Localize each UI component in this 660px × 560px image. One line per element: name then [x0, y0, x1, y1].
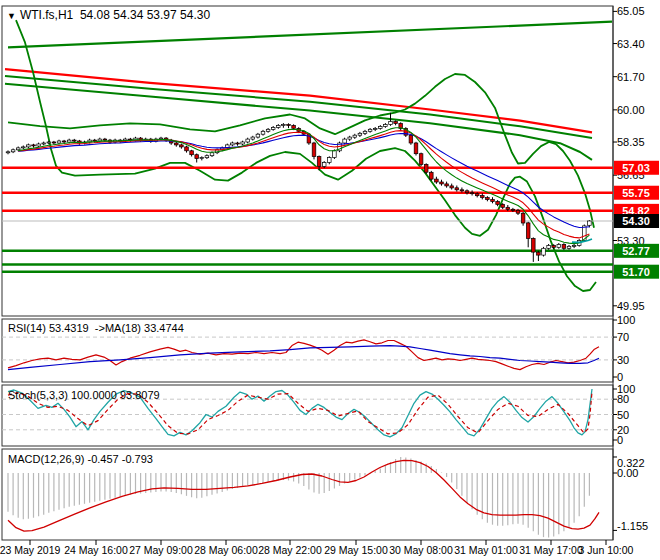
candle-body	[384, 125, 388, 127]
candle-body	[430, 172, 434, 179]
candle-body	[246, 139, 250, 142]
candle-body	[42, 143, 46, 144]
candle-body	[435, 179, 439, 182]
chart-symbol-label: WTI.fs,H1	[20, 8, 73, 22]
main-axis-label: 63.40	[617, 38, 645, 50]
current-price-badge-text: 54.30	[622, 215, 650, 227]
candle-body	[261, 131, 265, 134]
chart-canvas[interactable]: 65.0563.4061.7060.0058.3556.6553.3049.95…	[0, 0, 660, 560]
candle-body	[475, 194, 479, 196]
time-axis-label: 23 May 2019	[0, 544, 61, 556]
candle-body	[185, 147, 189, 151]
stoch-axis-label: 0	[617, 434, 623, 446]
candle-body	[363, 131, 367, 133]
candle-body	[205, 156, 209, 158]
candle-body	[460, 190, 464, 191]
candle-body	[470, 193, 474, 194]
candle-body	[6, 152, 10, 153]
candle-body	[481, 196, 485, 198]
candle-body	[271, 127, 275, 129]
candle-body	[552, 245, 556, 247]
candle-body	[358, 133, 362, 135]
candle-body	[241, 142, 245, 144]
main-axis-label: 65.05	[617, 5, 645, 17]
time-axis-label: 30 May 08:00	[389, 544, 453, 556]
candle-body	[287, 125, 291, 126]
candle-body	[210, 153, 214, 156]
candle-body	[501, 204, 505, 207]
candle-body	[282, 125, 286, 126]
candle-body	[516, 210, 520, 213]
candle-body	[236, 143, 240, 144]
candle-body	[572, 245, 576, 246]
rsi-axis-label: 30	[617, 354, 629, 366]
candle-body	[328, 158, 332, 163]
time-axis-label: 24 May 16:00	[64, 544, 128, 556]
time-axis-label: 31 May 17:00	[519, 544, 583, 556]
support-badge-text: 52.77	[622, 245, 650, 257]
main-pane-canvas[interactable]	[2, 6, 613, 316]
chart-title: ▼WTI.fs,H1 54.08 54.34 53.97 54.30	[7, 8, 210, 22]
candle-body	[52, 142, 56, 143]
candle-body	[93, 140, 97, 141]
rsi-indicator-label: RSI(14) 53.4319 ->MA(18) 33.4744	[8, 322, 184, 334]
candle-body	[353, 135, 357, 137]
chart-dropdown-icon[interactable]: ▼	[7, 11, 16, 21]
chart-ohlc-label: 54.08 54.34 53.97 54.30	[80, 8, 210, 22]
candle-body	[424, 164, 428, 172]
candle-body	[27, 145, 31, 147]
candle-body	[506, 207, 510, 209]
candle-body	[67, 140, 71, 142]
candle-body	[231, 143, 235, 145]
candle-body	[547, 245, 551, 248]
candle-body	[266, 129, 270, 131]
candle-body	[486, 198, 490, 200]
main-axis-label: 61.70	[617, 71, 645, 83]
time-axis-label: 29 May 15:00	[324, 544, 388, 556]
time-axis-label: 28 May 06:00	[194, 544, 258, 556]
support-badge-text: 51.70	[622, 266, 650, 278]
candle-body	[312, 143, 316, 157]
candle-body	[440, 182, 444, 184]
macd-axis-label: 0.00	[617, 467, 638, 479]
candle-body	[567, 246, 571, 248]
candle-body	[32, 145, 36, 146]
candle-body	[562, 244, 566, 248]
candle-body	[251, 137, 255, 139]
candle-body	[200, 158, 204, 159]
candle-body	[557, 244, 561, 247]
macd-axis-label: -1.155	[617, 520, 648, 532]
candle-body	[322, 163, 326, 167]
candle-body	[317, 157, 321, 167]
candle-body	[414, 143, 418, 154]
candle-body	[394, 122, 398, 124]
rsi-axis-label: 100	[617, 314, 635, 326]
candle-body	[419, 154, 423, 165]
candle-body	[455, 188, 459, 190]
candle-body	[379, 126, 383, 128]
candle-body	[22, 147, 26, 148]
candle-body	[373, 128, 377, 129]
candle-body	[11, 150, 15, 152]
candle-body	[450, 186, 454, 188]
candle-body	[175, 143, 179, 145]
candle-body	[368, 129, 372, 131]
main-axis-label: 58.35	[617, 136, 645, 148]
candle-body	[47, 142, 51, 143]
candle-body	[16, 148, 20, 150]
candle-body	[465, 191, 469, 193]
candle-body	[511, 209, 515, 210]
time-axis-label: 27 May 09:00	[129, 544, 193, 556]
candle-body	[588, 221, 592, 225]
candle-body	[532, 239, 536, 253]
stochastic-label: Stoch(5,3,3) 100.0000 93.8079	[8, 389, 160, 401]
candle-body	[277, 125, 281, 127]
candle-body	[73, 140, 77, 141]
candle-body	[537, 252, 541, 255]
time-axis-label: 28 May 22:00	[258, 544, 322, 556]
stoch-axis-label: 80	[617, 393, 629, 405]
candle-body	[333, 151, 337, 158]
candle-body	[491, 200, 495, 202]
candle-body	[62, 141, 66, 142]
candle-body	[542, 248, 546, 255]
